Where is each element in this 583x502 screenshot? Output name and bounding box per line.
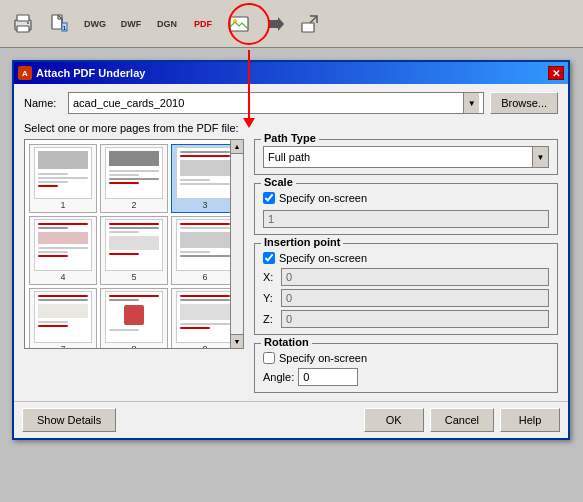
insertion-specify-checkbox[interactable] [263, 252, 275, 264]
dgn-label: DGN [157, 19, 177, 29]
dialog-footer: Show Details OK Cancel Help [14, 401, 568, 438]
thumbnail-panel[interactable]: 1 2 [24, 139, 244, 349]
thumb-img-7 [34, 291, 92, 343]
rotation-label: Rotation [261, 336, 312, 348]
thumb-num-1: 1 [60, 200, 65, 210]
x-label: X: [263, 271, 277, 283]
y-input[interactable] [281, 289, 549, 307]
browse-button[interactable]: Browse... [490, 92, 558, 114]
dialog-title: Attach PDF Underlay [36, 67, 145, 79]
thumb-img-2 [105, 147, 163, 199]
scale-group: Scale Specify on-screen [254, 183, 558, 235]
thumb-item-7[interactable]: 7 [29, 288, 97, 349]
dwf-label: DWF [121, 19, 142, 29]
thumb-num-2: 2 [131, 200, 136, 210]
ok-button[interactable]: OK [364, 408, 424, 432]
scale-specify-checkbox[interactable] [263, 192, 275, 204]
thumb-num-5: 5 [131, 272, 136, 282]
help-button[interactable]: Help [500, 408, 560, 432]
svg-line-13 [310, 16, 317, 23]
dialog-titlebar: A Attach PDF Underlay ✕ [14, 62, 568, 84]
thumb-item-8[interactable]: 8 [100, 288, 168, 349]
thumb-num-8: 8 [131, 344, 136, 349]
path-type-label: Path Type [261, 132, 319, 144]
titlebar-left: A Attach PDF Underlay [18, 66, 145, 80]
thumb-img-6 [176, 219, 234, 271]
z-label: Z: [263, 313, 277, 325]
show-details-button[interactable]: Show Details [22, 408, 116, 432]
x-row: X: [263, 268, 549, 286]
print-button[interactable] [6, 7, 40, 41]
name-combo-value: acad_cue_cards_2010 [73, 97, 463, 109]
thumb-item-5[interactable]: 5 [100, 216, 168, 285]
insertion-point-group: Insertion point Specify on-screen X: Y: [254, 243, 558, 335]
path-type-combo[interactable]: Full path ▼ [263, 146, 549, 168]
thumbnail-grid: 1 2 [25, 140, 243, 349]
thumb-item-2[interactable]: 2 [100, 144, 168, 213]
content-area: 1 2 [24, 139, 558, 393]
scroll-track [231, 154, 243, 334]
rotation-specify-checkbox[interactable] [263, 352, 275, 364]
thumb-img-1 [34, 147, 92, 199]
dialog-close-button[interactable]: ✕ [548, 66, 564, 80]
insertion-specify-row: Specify on-screen [263, 252, 549, 264]
path-type-arrow-icon[interactable]: ▼ [532, 147, 548, 167]
angle-row: Angle: [263, 368, 549, 386]
thumb-img-8 [105, 291, 163, 343]
name-combo-arrow-icon[interactable]: ▼ [463, 93, 479, 113]
export-button[interactable] [294, 7, 328, 41]
rotation-specify-label: Specify on-screen [279, 352, 367, 364]
angle-input[interactable] [298, 368, 358, 386]
name-label: Name: [24, 97, 62, 109]
thumb-img-5 [105, 219, 163, 271]
rotation-specify-row: Specify on-screen [263, 352, 549, 364]
thumb-num-6: 6 [202, 272, 207, 282]
dwf-button[interactable]: DWF [114, 7, 148, 41]
pdf-button[interactable]: PDF [186, 7, 220, 41]
name-combo[interactable]: acad_cue_cards_2010 ▼ [68, 92, 484, 114]
scroll-down-button[interactable]: ▼ [231, 334, 243, 348]
thumb-scrollbar[interactable]: ▲ ▼ [230, 140, 243, 348]
insertion-point-label: Insertion point [261, 236, 343, 248]
dwg-label: DWG [84, 19, 106, 29]
scale-value-input[interactable] [263, 210, 549, 228]
new-doc-button[interactable]: 1 [42, 7, 76, 41]
z-row: Z: [263, 310, 549, 328]
path-type-group: Path Type Full path ▼ [254, 139, 558, 175]
x-input[interactable] [281, 268, 549, 286]
image-button[interactable] [222, 7, 256, 41]
angle-label: Angle: [263, 371, 294, 383]
thumb-item-4[interactable]: 4 [29, 216, 97, 285]
cancel-button[interactable]: Cancel [430, 408, 494, 432]
thumb-item-6[interactable]: 6 [171, 216, 239, 285]
scale-specify-label: Specify on-screen [279, 192, 367, 204]
attach-pdf-dialog: A Attach PDF Underlay ✕ Name: acad_cue_c… [12, 60, 570, 440]
thumb-img-9 [176, 291, 234, 343]
dialog-app-icon: A [18, 66, 32, 80]
insertion-specify-label: Specify on-screen [279, 252, 367, 264]
y-label: Y: [263, 292, 277, 304]
thumb-item-9[interactable]: 9 [171, 288, 239, 349]
name-row: Name: acad_cue_cards_2010 ▼ Browse... [24, 92, 558, 114]
scale-label: Scale [261, 176, 296, 188]
toolbar: 1 DWG DWF DGN PDF [0, 0, 583, 48]
dwg-button[interactable]: DWG [78, 7, 112, 41]
thumb-num-3: 3 [202, 200, 207, 210]
rotation-group: Rotation Specify on-screen Angle: [254, 343, 558, 393]
path-type-value: Full path [264, 147, 532, 167]
svg-marker-11 [268, 17, 284, 31]
dgn-button[interactable]: DGN [150, 7, 184, 41]
svg-point-3 [27, 22, 29, 24]
footer-right: OK Cancel Help [364, 408, 560, 432]
dialog-body: Name: acad_cue_cards_2010 ▼ Browse... Se… [14, 84, 568, 401]
footer-left: Show Details [22, 408, 116, 432]
arrow-right-button[interactable] [258, 7, 292, 41]
thumb-item-1[interactable]: 1 [29, 144, 97, 213]
thumb-item-3[interactable]: 3 [171, 144, 239, 213]
thumb-num-9: 9 [202, 344, 207, 349]
svg-rect-1 [17, 15, 29, 21]
svg-rect-12 [302, 23, 314, 32]
z-input[interactable] [281, 310, 549, 328]
scale-specify-row: Specify on-screen [263, 192, 549, 204]
scroll-up-button[interactable]: ▲ [231, 140, 243, 154]
